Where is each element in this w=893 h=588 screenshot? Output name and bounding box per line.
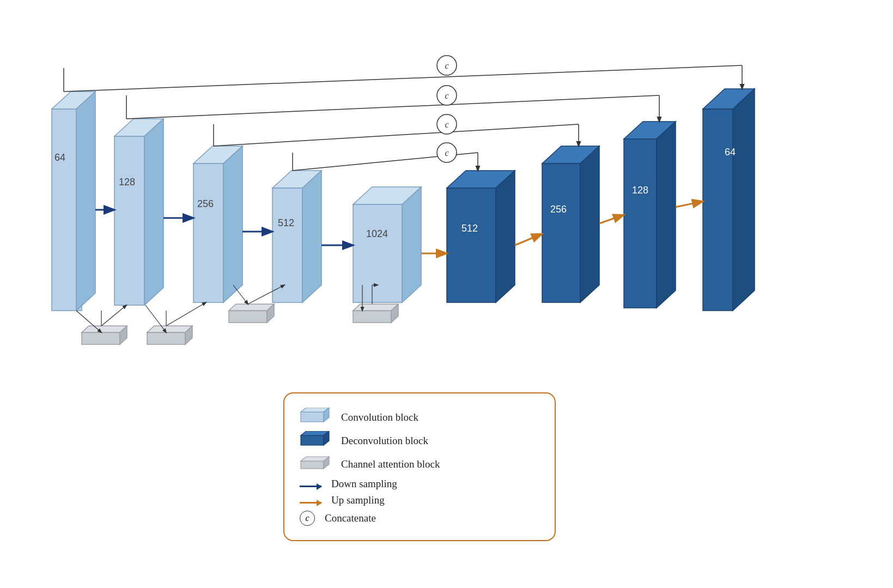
down-arrow-icon: [300, 478, 321, 490]
svg-rect-90: [301, 435, 324, 445]
svg-line-66: [214, 124, 579, 146]
svg-rect-12: [272, 188, 302, 302]
svg-rect-36: [82, 332, 120, 344]
svg-rect-39: [147, 332, 185, 344]
svg-line-54: [599, 215, 623, 223]
svg-marker-46: [353, 304, 398, 311]
svg-marker-6: [144, 119, 163, 305]
legend-label-attn: Channel attention block: [341, 458, 440, 470]
svg-rect-93: [301, 461, 324, 469]
svg-text:128: 128: [119, 177, 135, 187]
svg-rect-32: [703, 109, 733, 311]
svg-text:c: c: [445, 120, 448, 129]
legend-item-attn: Channel attention block: [300, 454, 539, 474]
legend-item-down: Down sampling: [300, 478, 539, 490]
svg-line-61: [126, 95, 659, 119]
svg-line-85: [233, 285, 248, 304]
svg-line-78: [166, 302, 206, 326]
svg-rect-28: [624, 139, 657, 308]
svg-rect-45: [353, 311, 391, 323]
svg-line-76: [101, 305, 126, 326]
legend-box: Convolution block Deconvolution block: [283, 392, 556, 541]
svg-text:128: 128: [632, 185, 648, 196]
svg-rect-16: [353, 204, 402, 302]
svg-text:64: 64: [54, 152, 65, 163]
svg-line-53: [515, 234, 541, 245]
attn-icon: [300, 454, 331, 474]
svg-text:256: 256: [550, 204, 567, 215]
svg-marker-2: [76, 92, 95, 311]
legend-item-concat: c Concatenate: [300, 511, 539, 526]
svg-rect-20: [447, 188, 496, 302]
svg-text:64: 64: [725, 147, 736, 157]
up-arrow-icon: [300, 495, 321, 506]
legend-item-deconv: Deconvolution block: [300, 431, 539, 450]
svg-text:512: 512: [461, 223, 478, 234]
deconv-icon: [300, 431, 331, 450]
svg-line-56: [64, 65, 742, 92]
svg-marker-34: [733, 89, 755, 311]
legend-item-up: Up sampling: [300, 494, 539, 506]
svg-text:c: c: [445, 148, 448, 157]
svg-marker-30: [657, 122, 676, 308]
svg-rect-8: [193, 163, 223, 302]
diagram-canvas: 64 128 256 512 1024 512 256: [0, 0, 893, 588]
legend-label-deconv: Deconvolution block: [341, 435, 428, 447]
legend-item-conv: Convolution block: [300, 408, 539, 427]
svg-rect-87: [301, 412, 324, 422]
svg-marker-37: [82, 326, 127, 332]
svg-rect-4: [114, 136, 144, 305]
legend-label-concat: Concatenate: [325, 512, 376, 524]
svg-marker-40: [147, 326, 192, 332]
svg-marker-43: [229, 304, 274, 311]
svg-rect-24: [542, 163, 580, 302]
legend-label-down: Down sampling: [331, 478, 397, 490]
legend-label-up: Up sampling: [331, 494, 385, 506]
legend-label-conv: Convolution block: [341, 411, 418, 423]
svg-rect-42: [229, 311, 267, 323]
svg-marker-18: [402, 187, 421, 302]
svg-text:c: c: [445, 61, 448, 70]
concat-icon: c: [300, 511, 315, 526]
svg-text:256: 256: [197, 198, 214, 209]
svg-text:1024: 1024: [366, 228, 388, 239]
svg-marker-10: [223, 146, 242, 302]
svg-marker-26: [580, 146, 599, 302]
conv-icon: [300, 408, 331, 427]
svg-text:c: c: [445, 91, 448, 100]
svg-marker-22: [496, 171, 515, 302]
svg-line-55: [676, 202, 702, 207]
svg-marker-14: [302, 171, 321, 302]
svg-text:512: 512: [278, 217, 294, 228]
